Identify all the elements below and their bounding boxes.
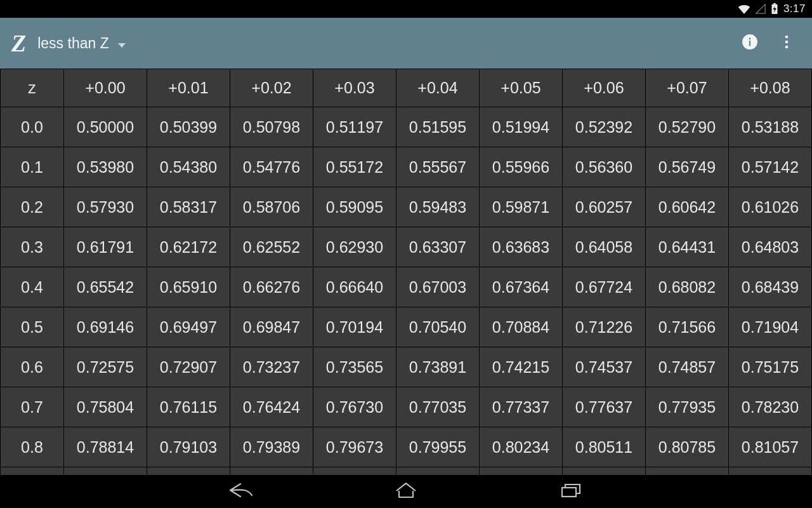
z-table-container[interactable]: z +0.00 +0.01 +0.02 +0.03 +0.04 +0.05 +0… xyxy=(0,69,812,475)
z-cell[interactable]: 0.73891 xyxy=(396,347,480,387)
row-z-label[interactable]: 0.1 xyxy=(1,147,64,187)
z-cell[interactable]: 0.74537 xyxy=(563,347,646,387)
z-cell[interactable]: 0.60257 xyxy=(563,187,646,227)
z-cell[interactable]: 0.62930 xyxy=(313,227,396,267)
z-cell[interactable]: 0.55172 xyxy=(313,147,396,187)
z-cell[interactable]: 0.59483 xyxy=(396,187,480,227)
z-cell[interactable]: 0.70884 xyxy=(480,307,563,347)
z-cell[interactable]: 0.54776 xyxy=(230,147,313,187)
z-cell[interactable]: 0.52392 xyxy=(563,107,646,147)
z-cell[interactable]: 0.69847 xyxy=(230,307,313,347)
z-cell[interactable]: 0.71226 xyxy=(563,307,646,347)
z-cell[interactable] xyxy=(563,467,646,476)
z-cell[interactable] xyxy=(64,467,147,476)
z-cell[interactable]: 0.61026 xyxy=(729,187,812,227)
z-cell[interactable]: 0.67364 xyxy=(480,267,563,307)
z-cell[interactable]: 0.77337 xyxy=(480,387,563,427)
z-cell[interactable]: 0.57142 xyxy=(729,147,812,187)
z-cell[interactable]: 0.72575 xyxy=(64,347,147,387)
z-cell[interactable]: 0.76730 xyxy=(313,387,396,427)
z-cell[interactable]: 0.78814 xyxy=(64,427,147,467)
z-cell[interactable]: 0.73237 xyxy=(230,347,313,387)
row-z-label[interactable]: 0.0 xyxy=(1,107,64,147)
z-cell[interactable]: 0.66640 xyxy=(313,267,396,307)
z-cell[interactable]: 0.50399 xyxy=(147,107,230,147)
z-cell[interactable]: 0.71566 xyxy=(646,307,729,347)
z-cell[interactable]: 0.50000 xyxy=(64,107,147,147)
row-z-label[interactable]: 0.6 xyxy=(1,347,64,387)
z-cell[interactable]: 0.74857 xyxy=(646,347,729,387)
z-cell[interactable]: 0.62552 xyxy=(230,227,313,267)
z-cell[interactable]: 0.69146 xyxy=(64,307,147,347)
z-cell[interactable]: 0.67724 xyxy=(563,267,646,307)
z-cell[interactable]: 0.79389 xyxy=(230,427,313,467)
z-cell[interactable]: 0.65542 xyxy=(64,267,147,307)
z-cell[interactable]: 0.80234 xyxy=(480,427,563,467)
z-cell[interactable]: 0.58317 xyxy=(147,187,230,227)
z-cell[interactable]: 0.81057 xyxy=(729,427,812,467)
z-cell[interactable]: 0.63307 xyxy=(396,227,480,267)
z-cell[interactable]: 0.57930 xyxy=(64,187,147,227)
z-cell[interactable] xyxy=(646,467,729,476)
recents-button[interactable] xyxy=(552,478,590,505)
z-cell[interactable]: 0.69497 xyxy=(147,307,230,347)
home-button[interactable] xyxy=(387,478,425,505)
z-cell[interactable]: 0.70540 xyxy=(396,307,480,347)
z-cell[interactable] xyxy=(396,467,480,476)
row-z-label[interactable] xyxy=(1,467,64,476)
z-cell[interactable]: 0.77035 xyxy=(396,387,480,427)
z-cell[interactable]: 0.70194 xyxy=(313,307,396,347)
z-cell[interactable]: 0.79103 xyxy=(147,427,230,467)
z-cell[interactable]: 0.64058 xyxy=(563,227,646,267)
z-cell[interactable] xyxy=(729,467,812,476)
z-cell[interactable]: 0.51595 xyxy=(396,107,480,147)
z-cell[interactable]: 0.53188 xyxy=(729,107,812,147)
z-cell[interactable]: 0.80511 xyxy=(563,427,646,467)
row-z-label[interactable]: 0.3 xyxy=(1,227,64,267)
row-z-label[interactable]: 0.2 xyxy=(1,187,64,227)
z-cell[interactable]: 0.77935 xyxy=(646,387,729,427)
z-cell[interactable]: 0.74215 xyxy=(480,347,563,387)
z-cell[interactable]: 0.64431 xyxy=(646,227,729,267)
overflow-menu-button[interactable] xyxy=(773,29,801,57)
z-cell[interactable]: 0.54380 xyxy=(147,147,230,187)
z-cell[interactable]: 0.51994 xyxy=(480,107,563,147)
z-cell[interactable]: 0.62172 xyxy=(147,227,230,267)
z-cell[interactable]: 0.59871 xyxy=(480,187,563,227)
z-cell[interactable]: 0.53980 xyxy=(64,147,147,187)
z-cell[interactable]: 0.68439 xyxy=(729,267,812,307)
z-cell[interactable]: 0.68082 xyxy=(646,267,729,307)
row-z-label[interactable]: 0.8 xyxy=(1,427,64,467)
z-cell[interactable]: 0.78230 xyxy=(729,387,812,427)
z-cell[interactable]: 0.77637 xyxy=(563,387,646,427)
z-cell[interactable]: 0.55567 xyxy=(396,147,480,187)
z-cell[interactable]: 0.71904 xyxy=(729,307,812,347)
row-z-label[interactable]: 0.5 xyxy=(1,307,64,347)
z-cell[interactable]: 0.58706 xyxy=(230,187,313,227)
z-cell[interactable] xyxy=(313,467,396,476)
z-cell[interactable]: 0.52790 xyxy=(646,107,729,147)
z-cell[interactable]: 0.75175 xyxy=(729,347,812,387)
z-cell[interactable]: 0.66276 xyxy=(230,267,313,307)
z-cell[interactable]: 0.65910 xyxy=(147,267,230,307)
z-cell[interactable]: 0.67003 xyxy=(396,267,480,307)
row-z-label[interactable]: 0.7 xyxy=(1,387,64,427)
back-button[interactable] xyxy=(222,478,260,505)
z-cell[interactable]: 0.64803 xyxy=(729,227,812,267)
z-cell[interactable]: 0.51197 xyxy=(313,107,396,147)
row-z-label[interactable]: 0.4 xyxy=(1,267,64,307)
z-cell[interactable]: 0.60642 xyxy=(646,187,729,227)
z-cell[interactable]: 0.56749 xyxy=(646,147,729,187)
z-cell[interactable]: 0.76115 xyxy=(147,387,230,427)
z-cell[interactable]: 0.55966 xyxy=(480,147,563,187)
z-cell[interactable]: 0.79955 xyxy=(396,427,480,467)
info-button[interactable] xyxy=(736,29,764,57)
z-cell[interactable] xyxy=(147,467,230,476)
z-cell[interactable] xyxy=(230,467,313,476)
mode-dropdown[interactable]: less than Z xyxy=(37,35,126,52)
z-cell[interactable] xyxy=(480,467,563,476)
z-cell[interactable]: 0.56360 xyxy=(563,147,646,187)
z-cell[interactable]: 0.50798 xyxy=(230,107,313,147)
z-cell[interactable]: 0.59095 xyxy=(313,187,396,227)
z-cell[interactable]: 0.73565 xyxy=(313,347,396,387)
